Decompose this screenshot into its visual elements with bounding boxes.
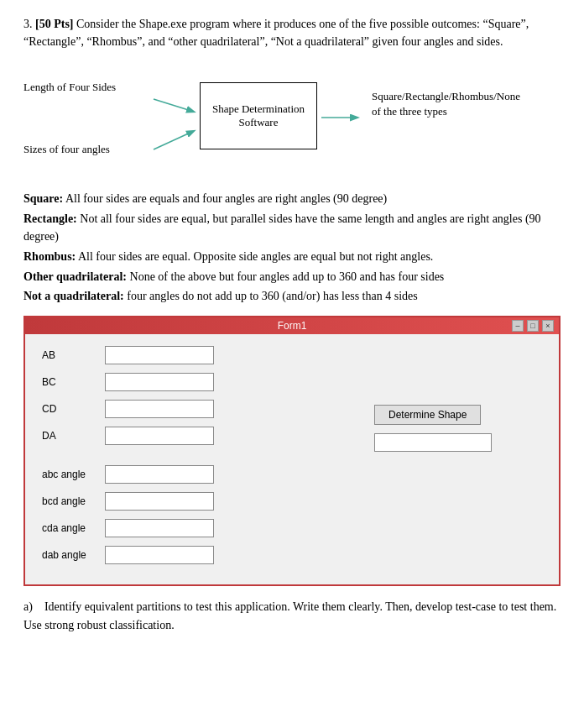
input-abc[interactable] [105,465,214,484]
label-bc: BC [42,376,105,388]
desc-not-text: four angles do not add up to 360 (and/or… [124,290,418,302]
desc-not: Not a quadrilateral: four angles do not … [23,287,561,306]
input-bcd[interactable] [105,492,214,511]
field-da: DA [42,427,374,445]
svg-line-0 [154,99,194,112]
maximize-button[interactable]: □ [527,320,539,332]
desc-rhombus-text: All four sides are equal. Opposite side … [76,250,433,263]
form-right: Determine Shape [374,346,542,573]
label-abc: abc angle [42,469,105,480]
question-intro: Consider the Shape.exe program where it … [23,18,529,48]
right-output-label: Square/Rectangle/Rhombus/None of the thr… [372,89,514,119]
desc-square: Square: All four sides are equals and fo… [23,190,561,208]
label-cda: cda angle [42,522,105,534]
center-box-text: Shape DeterminationSoftware [212,102,305,129]
desc-other-text: None of the above but four angles add up… [127,270,444,283]
form-title: Form1 [72,320,512,332]
label-bcd: bcd angle [42,495,105,507]
minimize-button[interactable]: – [512,320,524,332]
label-angles: Sizes of four angles [23,143,116,156]
desc-square-text: All four sides are equals and four angle… [63,192,387,205]
titlebar-controls: – □ × [512,320,554,332]
form-body: AB BC CD DA abc angle bcd angle [25,334,559,584]
input-cda[interactable] [105,519,214,537]
desc-rectangle-text: Not all four sides are equal, but parall… [23,212,541,244]
desc-rhombus-term: Rhombus: [23,250,76,263]
field-cd: CD [42,400,374,418]
desc-rhombus: Rhombus: All four sides are equal. Oppos… [23,248,561,266]
input-da[interactable] [105,427,214,445]
output-field[interactable] [374,433,492,452]
question-points: [50 Pts] [35,18,74,30]
input-ab[interactable] [105,346,214,364]
desc-square-term: Square: [23,192,63,205]
field-bcd: bcd angle [42,492,374,511]
sub-question-text: Identify equivalent partitions to test t… [23,600,556,631]
form-left: AB BC CD DA abc angle bcd angle [42,346,374,573]
desc-rectangle: Rectangle: Not all four sides are equal,… [23,210,561,246]
question-text: 3. [50 Pts] Consider the Shape.exe progr… [23,15,561,50]
label-dab: dab angle [42,549,105,561]
bottom-question: a) Identify equivalent partitions to tes… [23,598,561,634]
diagram-section: Length of Four Sides Sizes of four angle… [23,65,561,175]
desc-other: Other quadrilateral: None of the above b… [23,268,561,286]
desc-not-term: Not a quadrilateral: [23,290,124,302]
question-number: 3. [23,18,33,30]
input-cd[interactable] [105,400,214,418]
svg-line-1 [154,131,194,149]
desc-section: Square: All four sides are equals and fo… [23,190,561,306]
input-dab[interactable] [105,546,214,564]
field-abc: abc angle [42,465,374,484]
determine-shape-button[interactable]: Determine Shape [374,405,481,425]
close-button[interactable]: × [542,320,554,332]
field-cda: cda angle [42,519,374,537]
label-da: DA [42,430,105,442]
field-dab: dab angle [42,546,374,564]
sub-question-label: a) [23,600,33,613]
label-cd: CD [42,403,105,415]
sub-question-indent [35,600,41,613]
input-bc[interactable] [105,373,214,391]
form-window: Form1 – □ × AB BC CD DA [23,316,561,586]
form-titlebar: Form1 – □ × [25,317,559,334]
field-ab: AB [42,346,374,364]
center-box: Shape DeterminationSoftware [200,82,317,149]
desc-rectangle-term: Rectangle: [23,212,77,225]
label-sides: Length of Four Sides [23,81,116,94]
label-ab: AB [42,349,105,361]
desc-other-term: Other quadrilateral: [23,270,127,283]
field-bc: BC [42,373,374,391]
left-labels: Length of Four Sides Sizes of four angle… [23,81,116,156]
